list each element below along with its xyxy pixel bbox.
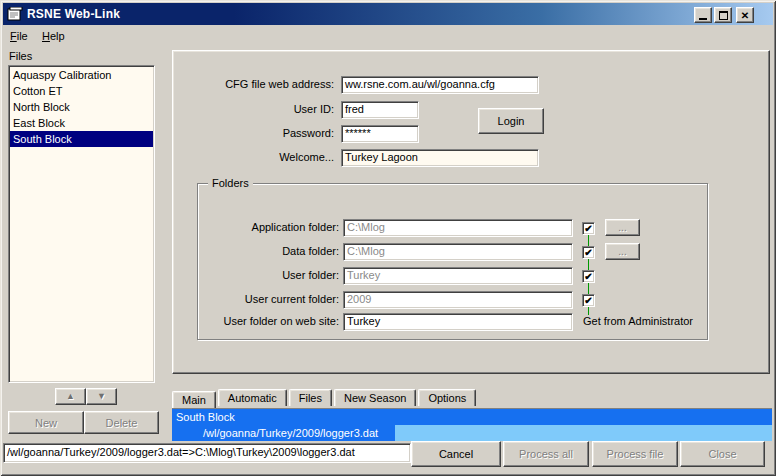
site-name-row: South Block bbox=[172, 409, 772, 425]
move-down-button: ▼ bbox=[86, 388, 117, 405]
login-button[interactable]: Login bbox=[478, 108, 544, 134]
data-folder-field: C:\Mlog bbox=[343, 243, 573, 261]
window-title: RSNE Web-Link bbox=[27, 7, 120, 21]
check-icon: ✔ bbox=[584, 295, 592, 306]
application-folder-checkbox[interactable]: ✔ bbox=[582, 222, 595, 235]
admin-note: Get from Administrator bbox=[583, 315, 743, 327]
browse-application-folder-button: ... bbox=[605, 219, 640, 236]
move-up-button: ▲ bbox=[55, 388, 86, 405]
connector-line bbox=[588, 307, 589, 315]
user-current-folder-label: User current folder: bbox=[179, 293, 339, 305]
browse-data-folder-button: ... bbox=[605, 243, 640, 260]
password-label: Password: bbox=[184, 127, 334, 139]
maximize-button[interactable] bbox=[714, 7, 732, 23]
application-folder-label: Application folder: bbox=[179, 221, 339, 233]
cfg-address-label: CFG file web address: bbox=[184, 78, 334, 90]
tab-bar: Main Automatic Files New Season Options bbox=[172, 389, 476, 410]
delete-button: Delete bbox=[84, 411, 159, 434]
tab-main[interactable]: Main bbox=[172, 391, 216, 408]
download-file-path: /wl/goanna/Turkey/2009/logger3.dat bbox=[172, 425, 395, 441]
check-icon: ✔ bbox=[584, 247, 592, 258]
process-all-button: Process all bbox=[503, 441, 589, 467]
tab-options[interactable]: Options bbox=[418, 389, 476, 406]
tab-new-season[interactable]: New Season bbox=[334, 389, 416, 406]
connector-line bbox=[588, 259, 589, 270]
web-user-folder-field[interactable]: Turkey bbox=[343, 313, 573, 331]
list-item[interactable]: Cotton ET bbox=[10, 83, 153, 99]
application-folder-field: C:\Mlog bbox=[343, 219, 573, 237]
files-label: Files bbox=[9, 50, 32, 62]
data-folder-label: Data folder: bbox=[179, 245, 339, 257]
cancel-button[interactable]: Cancel bbox=[411, 441, 501, 467]
maximize-icon bbox=[719, 11, 728, 20]
tab-automatic[interactable]: Automatic bbox=[218, 389, 287, 406]
user-id-label: User ID: bbox=[184, 103, 334, 115]
cfg-address-field[interactable]: ww.rsne.com.au/wl/goanna.cfg bbox=[341, 76, 539, 94]
minimize-button[interactable] bbox=[694, 7, 712, 23]
main-tab-content: South Block /wl/goanna/Turkey/2009/logge… bbox=[172, 408, 772, 441]
title-bar: RSNE Web-Link bbox=[3, 3, 773, 25]
password-field[interactable]: ****** bbox=[341, 125, 419, 143]
app-window: RSNE Web-Link ✕ File Help Files Aquaspy … bbox=[0, 0, 776, 476]
user-id-field[interactable]: fred bbox=[341, 101, 419, 119]
transfer-status-field: /wl/goanna/Turkey/2009/logger3.dat=>C:\M… bbox=[3, 443, 411, 463]
data-folder-checkbox[interactable]: ✔ bbox=[582, 246, 595, 259]
files-listbox[interactable]: Aquaspy Calibration Cotton ET North Bloc… bbox=[8, 65, 155, 383]
folders-group-label: Folders bbox=[208, 177, 253, 189]
new-button: New bbox=[8, 411, 84, 434]
user-current-folder-field: 2009 bbox=[343, 291, 573, 309]
list-item[interactable]: East Block bbox=[10, 115, 153, 131]
user-current-folder-checkbox[interactable]: ✔ bbox=[582, 294, 595, 307]
menu-file[interactable]: File bbox=[8, 29, 30, 43]
down-arrow-icon: ▼ bbox=[97, 391, 106, 401]
close-button[interactable]: ✕ bbox=[736, 7, 754, 23]
download-progress-row: /wl/goanna/Turkey/2009/logger3.dat bbox=[172, 425, 772, 441]
close-icon: ✕ bbox=[741, 10, 749, 21]
list-item[interactable]: North Block bbox=[10, 99, 153, 115]
welcome-label: Welcome... bbox=[184, 151, 334, 163]
menu-help[interactable]: Help bbox=[40, 29, 67, 43]
web-user-folder-label: User folder on web site: bbox=[179, 315, 339, 327]
close-dialog-button: Close bbox=[680, 441, 765, 467]
check-icon: ✔ bbox=[584, 271, 592, 282]
connector-line bbox=[588, 283, 589, 294]
user-folder-label: User folder: bbox=[179, 269, 339, 281]
user-folder-field: Turkey bbox=[343, 267, 573, 285]
app-icon bbox=[7, 7, 23, 21]
user-folder-checkbox[interactable]: ✔ bbox=[582, 270, 595, 283]
list-item[interactable]: Aquaspy Calibration bbox=[10, 67, 153, 83]
tab-files[interactable]: Files bbox=[289, 389, 332, 406]
minimize-icon bbox=[699, 18, 707, 20]
list-item-selected[interactable]: South Block bbox=[10, 131, 153, 147]
main-panel: CFG file web address: ww.rsne.com.au/wl/… bbox=[172, 50, 770, 374]
welcome-field: Turkey Lagoon bbox=[341, 149, 539, 167]
up-arrow-icon: ▲ bbox=[66, 391, 75, 401]
process-file-button: Process file bbox=[592, 441, 678, 467]
check-icon: ✔ bbox=[584, 223, 592, 234]
connector-line bbox=[588, 235, 589, 246]
